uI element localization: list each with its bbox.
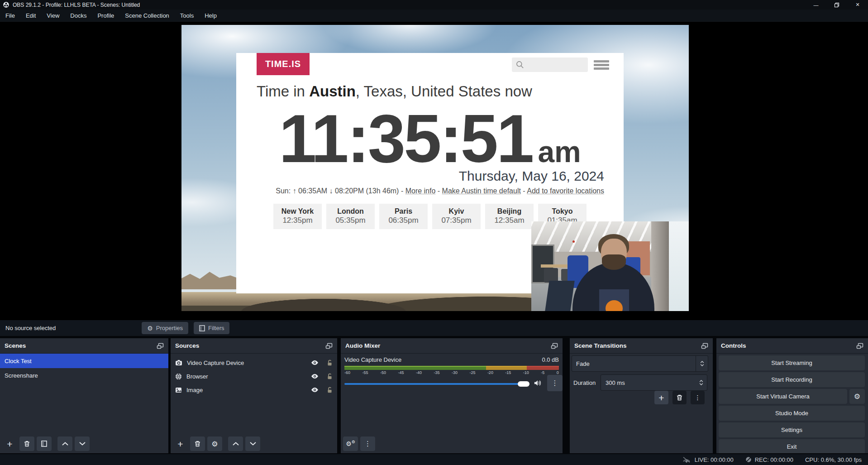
stream-signal-icon (682, 456, 692, 463)
mixer-channel-label: Video Capture Device (344, 356, 401, 363)
source-item-image[interactable]: Image (171, 383, 337, 397)
add-source-button[interactable]: + (173, 436, 188, 451)
scene-filters-button[interactable] (37, 436, 52, 451)
scene-item-clock-test[interactable]: Clock Test (0, 354, 168, 368)
visibility-eye-icon[interactable] (311, 374, 319, 379)
popup-dock-icon[interactable] (701, 343, 708, 349)
move-source-up-button[interactable] (228, 436, 243, 451)
audio-mixer-dock: Audio Mixer Video Capture Device 0.0 dB … (341, 338, 563, 453)
menu-view[interactable]: View (41, 10, 65, 21)
advanced-audio-button[interactable]: ⚙⚙ (343, 436, 358, 451)
menu-edit[interactable]: Edit (20, 10, 41, 21)
start-streaming-button[interactable]: Start Streaming (719, 355, 865, 370)
restore-button[interactable] (826, 0, 847, 10)
rec-timer: REC: 00:00:00 (755, 456, 793, 463)
gear-icon: ⚙ (346, 440, 352, 447)
camera-icon (175, 360, 182, 366)
title-bar[interactable]: OBS 29.1.2 - Profile: LLHLS BETA - Scene… (0, 0, 868, 10)
scene-item-screenshare[interactable]: Screenshare (0, 368, 168, 383)
lock-open-icon[interactable] (327, 360, 333, 366)
fire-alarm (572, 240, 575, 243)
source-item-video-capture[interactable]: Video Capture Device (171, 356, 337, 369)
menu-tools[interactable]: Tools (175, 10, 199, 21)
settings-button[interactable]: Settings (719, 422, 865, 437)
concrete-pillar (651, 221, 668, 311)
properties-button[interactable]: ⚙ Properties (142, 322, 188, 334)
gear-icon: ⚙ (211, 440, 218, 448)
transition-properties-button[interactable]: ⋮ (691, 391, 705, 404)
make-default-link: Make Austin time default (442, 187, 521, 195)
start-virtual-camera-button[interactable]: Start Virtual Camera (719, 389, 847, 404)
favorite-link: Add to favorite locations (527, 187, 604, 195)
duration-label: Duration (572, 379, 601, 386)
popup-dock-icon[interactable] (856, 343, 863, 349)
studio-mode-button[interactable]: Studio Mode (719, 406, 865, 421)
city-box: New York12:35pm (273, 204, 322, 229)
source-toolbar: No source selected ⚙ Properties Filters (0, 320, 868, 336)
lock-open-icon[interactable] (327, 373, 333, 380)
menu-scene-collection[interactable]: Scene Collection (119, 10, 175, 21)
webcam-overlay (531, 221, 689, 311)
chair-back (545, 281, 574, 311)
add-scene-button[interactable]: + (2, 436, 17, 451)
mixer-menu-button[interactable]: ⋮ (360, 436, 375, 451)
menu-help[interactable]: Help (199, 10, 222, 21)
remove-scene-button[interactable] (19, 436, 34, 451)
preview-canvas[interactable]: TIME.IS Time in Austin, Texas, United St… (181, 25, 689, 311)
mixer-channel-menu-button[interactable]: ⋮ (547, 375, 563, 391)
dock-area: Scenes Clock Test Screenshare + (0, 336, 868, 454)
filter-icon (199, 325, 205, 331)
record-disabled-icon (745, 456, 752, 463)
transition-select[interactable]: Fade (572, 355, 708, 372)
menu-docks[interactable]: Docks (65, 10, 92, 21)
visibility-eye-icon[interactable] (311, 360, 319, 365)
move-source-down-button[interactable] (245, 436, 260, 451)
search-input (512, 58, 588, 72)
popup-dock-icon[interactable] (157, 343, 164, 349)
visibility-eye-icon[interactable] (311, 387, 319, 393)
sources-dock: Sources Video Capture Device (171, 338, 337, 453)
move-scene-down-button[interactable] (75, 436, 90, 451)
search-icon (515, 60, 525, 69)
window-title: OBS 29.1.2 - Profile: LLHLS BETA - Scene… (13, 2, 140, 8)
menu-bar: File Edit View Docks Profile Scene Colle… (0, 10, 868, 22)
popup-dock-icon[interactable] (551, 343, 558, 349)
volume-meter (344, 366, 559, 370)
city-box: Kyiv07:35pm (432, 204, 481, 229)
add-transition-button[interactable]: + (654, 391, 668, 404)
globe-icon (175, 373, 182, 380)
popup-dock-icon[interactable] (325, 343, 333, 349)
start-recording-button[interactable]: Start Recording (719, 372, 865, 387)
exit-button[interactable]: Exit (719, 439, 865, 453)
sources-dock-title: Sources (175, 342, 199, 349)
filters-button[interactable]: Filters (194, 322, 229, 334)
timeis-sun-line: Sun: ↑ 06:35AM ↓ 08:20PM (13h 46m) - Mor… (276, 187, 604, 195)
office-chair (544, 268, 558, 283)
source-properties-button[interactable]: ⚙ (207, 436, 222, 451)
menu-profile[interactable]: Profile (92, 10, 119, 21)
scenes-dock-title: Scenes (5, 342, 26, 349)
volume-meter-scale: -60-55-50-45-40-35-30-25-20-15-10-50 (344, 370, 559, 375)
remove-transition-button[interactable] (672, 391, 687, 404)
gear-icon: ⚙ (854, 392, 860, 401)
move-scene-up-button[interactable] (57, 436, 72, 451)
controls-dock: Controls Start Streaming Start Recording… (716, 338, 868, 453)
live-timer: LIVE: 00:00:00 (695, 456, 734, 463)
mixer-db-value: 0.0 dB (542, 356, 559, 363)
lock-open-icon[interactable] (327, 387, 333, 393)
speaker-icon[interactable] (534, 379, 542, 387)
source-item-browser[interactable]: Browser (171, 369, 337, 383)
volume-slider[interactable] (344, 383, 529, 385)
timeis-date: Thursday, May 16, 2024 (459, 168, 604, 184)
person-beard (602, 254, 626, 270)
menu-file[interactable]: File (0, 10, 20, 21)
volume-slider-handle[interactable] (518, 381, 529, 387)
virtual-camera-settings-button[interactable]: ⚙ (849, 389, 865, 404)
duration-spinbox[interactable]: 300 ms (601, 374, 707, 391)
remove-source-button[interactable] (190, 436, 205, 451)
clock-ampm: am (538, 134, 581, 169)
close-button[interactable]: ✕ (847, 0, 868, 10)
status-bar: LIVE: 00:00:00 REC: 00:00:00 CPU: 0.6%, … (0, 454, 868, 465)
minimize-button[interactable]: — (806, 0, 826, 10)
spinbox-arrows[interactable] (695, 375, 707, 390)
